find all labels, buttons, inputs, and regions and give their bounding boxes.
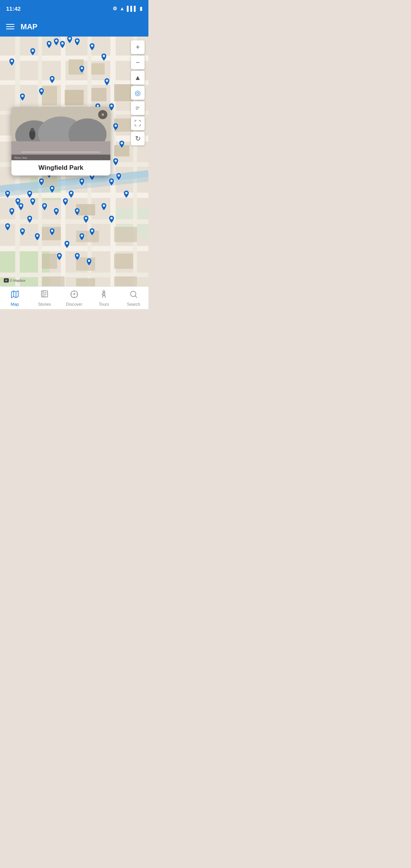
- map-pin[interactable]: [112, 158, 119, 166]
- map-pin[interactable]: [29, 198, 36, 206]
- svg-rect-41: [114, 276, 137, 286]
- map-pin[interactable]: [34, 233, 41, 241]
- map-pin[interactable]: [66, 37, 73, 44]
- popup-image: Reno, Nev.: [11, 107, 110, 160]
- map-pin[interactable]: [26, 215, 33, 224]
- svg-point-77: [20, 204, 22, 207]
- nav-search[interactable]: Search: [119, 287, 148, 309]
- svg-point-54: [81, 67, 83, 69]
- svg-point-42: [32, 49, 34, 52]
- map-pin[interactable]: [100, 53, 107, 62]
- map-pin[interactable]: [46, 41, 53, 49]
- map-pin[interactable]: [49, 228, 56, 236]
- map-pin[interactable]: [86, 258, 92, 266]
- map-pin[interactable]: [26, 190, 33, 199]
- svg-point-92: [6, 225, 9, 227]
- svg-point-79: [43, 204, 46, 207]
- map-nav-icon: [10, 290, 19, 301]
- map-pin[interactable]: [68, 190, 75, 199]
- map-pin[interactable]: [8, 208, 15, 216]
- svg-point-107: [30, 128, 34, 132]
- map-pin[interactable]: [78, 65, 85, 74]
- map-pin[interactable]: [78, 178, 85, 187]
- svg-rect-22: [65, 90, 84, 105]
- popup-card: × Reno, Nev.: [11, 107, 110, 176]
- bearing-button[interactable]: 0°: [131, 101, 145, 115]
- map-pin[interactable]: [56, 253, 63, 261]
- map-pin[interactable]: [4, 223, 11, 231]
- map-pin[interactable]: [89, 43, 96, 51]
- nav-tours[interactable]: Tours: [89, 287, 119, 309]
- map-pin[interactable]: [115, 173, 122, 181]
- map-pin[interactable]: [4, 190, 11, 199]
- fullscreen-button[interactable]: ⛶: [131, 116, 145, 130]
- stories-nav-icon: [40, 290, 49, 301]
- svg-rect-5: [0, 80, 148, 85]
- map-pin[interactable]: [100, 203, 107, 211]
- popup-close-button[interactable]: ×: [98, 110, 107, 119]
- svg-point-49: [103, 55, 105, 57]
- menu-button[interactable]: [6, 24, 14, 29]
- popup-photo: Reno, Nev.: [11, 107, 110, 160]
- map-pin[interactable]: [108, 215, 115, 224]
- status-time: 11:42: [6, 5, 21, 12]
- nav-discover[interactable]: Discover: [59, 287, 89, 309]
- zoom-in-button[interactable]: +: [131, 40, 145, 54]
- bottom-nav: Map Stories Discover: [0, 286, 148, 309]
- svg-point-87: [81, 235, 83, 237]
- map-pin[interactable]: [19, 93, 26, 102]
- nav-stories[interactable]: Stories: [30, 287, 59, 309]
- map-pin[interactable]: [104, 78, 110, 86]
- discover-nav-icon: [70, 290, 79, 301]
- svg-text:Reno, Nev.: Reno, Nev.: [14, 156, 28, 159]
- map-pin[interactable]: [62, 198, 69, 206]
- map-pin[interactable]: [89, 228, 96, 236]
- svg-point-47: [76, 40, 78, 42]
- map-view[interactable]: × Reno, Nev.: [0, 37, 148, 286]
- map-pin[interactable]: [29, 48, 36, 56]
- map-pin[interactable]: [53, 208, 60, 216]
- svg-point-48: [91, 45, 93, 47]
- refresh-button[interactable]: ↻: [131, 132, 145, 145]
- popup-title[interactable]: Wingfield Park: [11, 160, 110, 176]
- nav-map[interactable]: Map: [0, 287, 30, 309]
- map-pin[interactable]: [108, 178, 115, 187]
- svg-rect-3: [114, 208, 148, 238]
- map-pin[interactable]: [49, 76, 56, 84]
- svg-point-74: [17, 199, 19, 202]
- settings-icon: ⚙: [113, 6, 117, 11]
- svg-rect-10: [0, 219, 148, 224]
- svg-point-56: [97, 105, 99, 107]
- svg-line-127: [135, 296, 137, 298]
- svg-rect-39: [42, 276, 65, 286]
- nav-stories-label: Stories: [38, 302, 51, 306]
- map-pin[interactable]: [83, 215, 89, 224]
- map-pin[interactable]: [118, 140, 125, 149]
- map-pin[interactable]: [41, 203, 48, 211]
- map-pin[interactable]: [74, 208, 81, 216]
- svg-point-76: [11, 209, 13, 212]
- svg-point-100: [115, 160, 117, 162]
- map-pin[interactable]: [74, 253, 81, 261]
- locate-button[interactable]: ◎: [131, 86, 145, 100]
- map-pin[interactable]: [78, 233, 85, 241]
- map-pin[interactable]: [18, 203, 24, 211]
- map-pin[interactable]: [49, 185, 56, 194]
- map-pin[interactable]: [123, 190, 130, 199]
- nav-tours-label: Tours: [99, 302, 109, 306]
- map-pin[interactable]: [59, 41, 66, 49]
- svg-point-78: [32, 199, 34, 202]
- status-icons: ⚙ ▲ ▌▌▌ ▮: [113, 6, 142, 11]
- svg-rect-20: [91, 63, 105, 75]
- map-pin[interactable]: [112, 123, 119, 131]
- nav-search-label: Search: [127, 302, 140, 306]
- map-pin[interactable]: [8, 58, 15, 67]
- svg-rect-2: [30, 177, 65, 200]
- map-pin[interactable]: [38, 178, 45, 187]
- map-pin[interactable]: [19, 228, 26, 236]
- map-pin[interactable]: [64, 241, 70, 249]
- zoom-out-button[interactable]: −: [131, 56, 145, 69]
- map-pin[interactable]: [38, 88, 45, 96]
- map-pin[interactable]: [74, 38, 81, 46]
- north-reset-button[interactable]: ▲: [131, 71, 145, 85]
